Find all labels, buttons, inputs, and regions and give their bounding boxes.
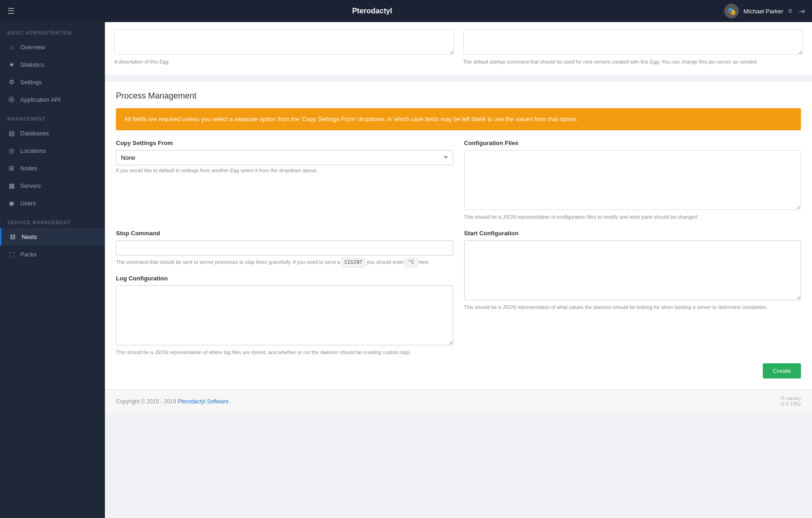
sidebar: BASIC ADMINISTRATION ⌂ Overview ★ Statis… bbox=[0, 22, 105, 518]
config-files-label: Configuration Files bbox=[464, 140, 801, 146]
stop-command-group: Stop Command The command that should be … bbox=[116, 230, 453, 268]
api-icon: ⦿ bbox=[7, 96, 16, 103]
sidebar-section-service: SERVICE MANAGEMENT bbox=[0, 212, 105, 228]
sidebar-label-nodes: Nodes bbox=[20, 165, 38, 172]
hamburger-icon[interactable]: ☰ bbox=[7, 6, 15, 16]
start-config-label: Start Configuration bbox=[464, 230, 801, 237]
sidebar-label-databases: Databases bbox=[20, 130, 49, 137]
sidebar-label-api: Application API bbox=[20, 96, 60, 103]
sidebar-item-nodes[interactable]: ⊞ Nodes bbox=[0, 159, 105, 177]
copy-settings-group: Copy Settings From None If you would lik… bbox=[116, 140, 453, 221]
footer-copyright: Copyright © 2015 - 2019 Pterodactyl Soft… bbox=[116, 398, 230, 405]
startup-hint: The default startup command that should … bbox=[463, 58, 803, 65]
sidebar-item-locations[interactable]: ◎ Locations bbox=[0, 142, 105, 159]
sidebar-section-basic: BASIC ADMINISTRATION bbox=[0, 22, 105, 38]
log-config-label: Log Configuration bbox=[116, 275, 453, 282]
sidebar-item-databases[interactable]: ▤ Databases bbox=[0, 124, 105, 142]
sidebar-item-api[interactable]: ⦿ Application API bbox=[0, 91, 105, 108]
sidebar-item-users[interactable]: ◉ Users bbox=[0, 194, 105, 212]
ctrlc-badge: ^C bbox=[405, 258, 417, 268]
process-management-section: Process Management All fields are requir… bbox=[105, 82, 812, 390]
startup-textarea[interactable] bbox=[463, 29, 803, 55]
avatar-icon: 🎭 bbox=[727, 7, 736, 16]
list-icon[interactable]: ≡ bbox=[788, 7, 792, 16]
description-hint: A description of this Egg. bbox=[114, 58, 454, 65]
description-textarea[interactable] bbox=[114, 29, 454, 55]
packs-icon: ⬚ bbox=[7, 250, 16, 258]
stop-command-hint: The command that should be sent to serve… bbox=[116, 258, 453, 268]
start-config-textarea[interactable] bbox=[464, 240, 801, 300]
footer-link[interactable]: Pterodactyl Software. bbox=[178, 398, 230, 405]
description-textarea-wrapper bbox=[114, 29, 454, 56]
home-icon: ⌂ bbox=[7, 43, 16, 51]
start-config-hint: This should be a JSON representation of … bbox=[464, 304, 801, 311]
log-config-textarea[interactable] bbox=[116, 285, 453, 345]
sidebar-label-users: Users bbox=[20, 200, 36, 207]
sidebar-label-settings: Settings bbox=[20, 79, 42, 86]
copy-settings-label: Copy Settings From bbox=[116, 140, 453, 146]
config-files-textarea[interactable] bbox=[464, 150, 801, 210]
copy-settings-hint: If you would like to default to settings… bbox=[116, 168, 453, 173]
footer-version-1: P canary bbox=[780, 396, 801, 401]
sidebar-label-locations: Locations bbox=[20, 147, 46, 154]
logout-icon[interactable]: ⇥ bbox=[799, 7, 805, 16]
avatar: 🎭 bbox=[724, 4, 739, 18]
sidebar-section-management: MANAGEMENT bbox=[0, 108, 105, 124]
sidebar-item-nests[interactable]: ⊟ Nests bbox=[0, 228, 105, 245]
top-navigation: ☰ Pterodactyl 🎭 Michael Parker ≡ ⇥ bbox=[0, 0, 812, 22]
nests-icon: ⊟ bbox=[9, 233, 17, 240]
sidebar-label-servers: Servers bbox=[20, 182, 41, 189]
databases-icon: ▤ bbox=[7, 129, 16, 137]
log-config-hint: This should be a JSON representation of … bbox=[116, 349, 453, 356]
main-content: A description of this Egg. The default s… bbox=[105, 22, 812, 518]
log-config-group: Log Configuration This should be a JSON … bbox=[116, 275, 453, 356]
left-column: Stop Command The command that should be … bbox=[116, 230, 453, 356]
sidebar-label-overview: Overview bbox=[20, 44, 45, 51]
sidebar-label-packs: Packs bbox=[20, 251, 36, 258]
nav-icons: ≡ ⇥ bbox=[788, 7, 805, 16]
nodes-icon: ⊞ bbox=[7, 164, 16, 172]
section-title: Process Management bbox=[116, 91, 801, 101]
button-row: Create bbox=[116, 356, 801, 378]
config-files-group: Configuration Files This should be a JSO… bbox=[464, 140, 801, 221]
users-icon: ◉ bbox=[7, 199, 16, 207]
footer: Copyright © 2015 - 2019 Pterodactyl Soft… bbox=[105, 390, 812, 413]
sigint-badge: SIGINT bbox=[341, 258, 365, 268]
footer-version-2: ⊙ 0.195s bbox=[780, 401, 801, 407]
config-files-hint: This should be a JSON representation of … bbox=[464, 214, 801, 221]
bottom-form-grid: Stop Command The command that should be … bbox=[116, 230, 801, 356]
settings-icon: ⚙ bbox=[7, 78, 16, 86]
create-button[interactable]: Create bbox=[763, 363, 801, 378]
startup-textarea-wrapper bbox=[463, 29, 803, 56]
description-field-group: A description of this Egg. bbox=[114, 29, 454, 65]
sidebar-item-overview[interactable]: ⌂ Overview bbox=[0, 38, 105, 56]
sidebar-item-settings[interactable]: ⚙ Settings bbox=[0, 73, 105, 91]
copy-settings-select[interactable]: None bbox=[116, 150, 453, 165]
footer-version: P canary ⊙ 0.195s bbox=[780, 396, 801, 407]
right-column: Start Configuration This should be a JSO… bbox=[464, 230, 801, 356]
stop-command-input[interactable] bbox=[116, 240, 453, 256]
user-area: 🎭 Michael Parker ≡ ⇥ bbox=[724, 4, 805, 18]
locations-icon: ◎ bbox=[7, 147, 16, 154]
sidebar-item-statistics[interactable]: ★ Statistics bbox=[0, 56, 105, 73]
startup-field-group: The default startup command that should … bbox=[463, 29, 803, 65]
top-form-grid: Copy Settings From None If you would lik… bbox=[116, 140, 801, 221]
top-fields-card: A description of this Egg. The default s… bbox=[105, 22, 812, 75]
sidebar-label-nests: Nests bbox=[22, 233, 37, 240]
sidebar-label-statistics: Statistics bbox=[20, 61, 44, 68]
stop-command-label: Stop Command bbox=[116, 230, 453, 237]
brand-title: Pterodactyl bbox=[20, 7, 724, 15]
alert-banner: All fields are required unless you selec… bbox=[116, 108, 801, 130]
config-files-textarea-wrapper bbox=[464, 150, 801, 211]
username-label: Michael Parker bbox=[743, 8, 783, 15]
sidebar-item-servers[interactable]: ▦ Servers bbox=[0, 177, 105, 194]
servers-icon: ▦ bbox=[7, 182, 16, 189]
sidebar-item-packs[interactable]: ⬚ Packs bbox=[0, 245, 105, 263]
stats-icon: ★ bbox=[7, 61, 16, 68]
